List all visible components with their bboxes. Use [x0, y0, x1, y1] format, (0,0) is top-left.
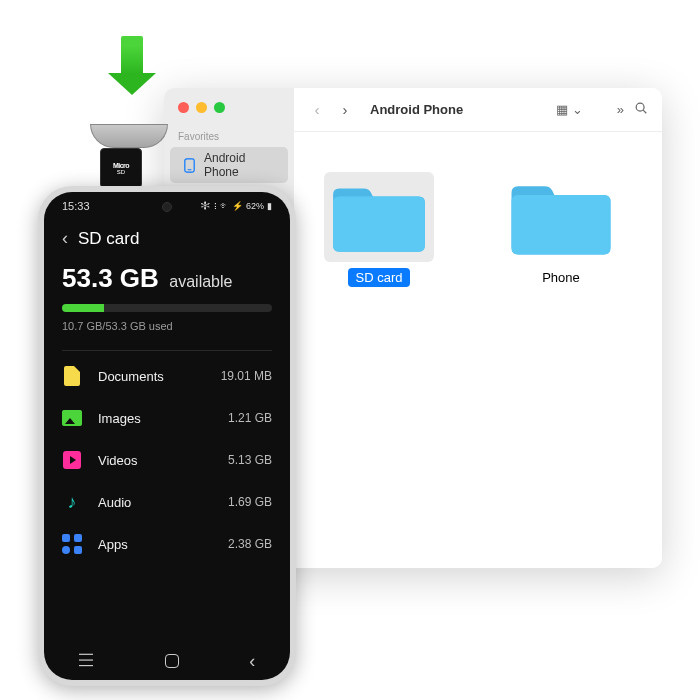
nav-bar: ||| ‹ [44, 642, 290, 680]
folder-icon [506, 172, 616, 262]
row-apps[interactable]: Apps 2.38 GB [44, 523, 290, 565]
nav-home[interactable] [165, 654, 179, 668]
image-icon [62, 408, 82, 428]
microsd-card: Micro SD [100, 148, 142, 188]
sidebar-item-android-phone[interactable]: Android Phone [170, 147, 288, 183]
minimize-icon[interactable] [196, 102, 207, 113]
nav-back[interactable]: ‹ [249, 651, 255, 672]
audio-icon: ♪ [62, 492, 82, 512]
folder-icon [324, 172, 434, 262]
storage-bar-fill [62, 304, 104, 312]
divider [62, 350, 272, 351]
storage-amount: 53.3 GB [62, 263, 159, 293]
screen-header: ‹ SD card [44, 214, 290, 259]
nav-forward-button[interactable]: › [336, 101, 354, 118]
share-icon[interactable]: » [617, 102, 624, 117]
storage-summary: 53.3 GB available 10.7 GB/53.3 GB used [44, 259, 290, 340]
category-list: Documents 19.01 MB Images 1.21 GB Videos… [44, 353, 290, 567]
sidebar-header: Favorites [164, 127, 294, 146]
close-icon[interactable] [178, 102, 189, 113]
view-grid-icon[interactable]: ▦ ⌄ [556, 102, 583, 117]
svg-line-7 [643, 110, 646, 113]
device-icon [182, 158, 197, 173]
storage-suffix: available [169, 273, 232, 290]
folder-label: Phone [534, 268, 588, 287]
storage-used-text: 10.7 GB/53.3 GB used [62, 320, 272, 332]
video-icon [62, 450, 82, 470]
back-button[interactable]: ‹ [62, 228, 68, 249]
sd-tray [90, 124, 168, 148]
window-controls[interactable] [164, 100, 294, 127]
nav-recents[interactable]: ||| [79, 653, 95, 670]
maximize-icon[interactable] [214, 102, 225, 113]
row-documents[interactable]: Documents 19.01 MB [44, 355, 290, 397]
window-title: Android Phone [370, 102, 463, 117]
search-icon[interactable] [634, 101, 648, 118]
android-phone: 15:33 ✻ ⋮ ᯤ ⚡ 62% ▮ ‹ SD card 53.3 GB av… [38, 186, 296, 686]
screen-title: SD card [78, 229, 139, 249]
download-arrow [108, 36, 156, 95]
finder-main: ‹ › Android Phone ▦ ⌄ » SD card Phone [294, 88, 662, 568]
folder-sd-card[interactable]: SD card [324, 172, 434, 287]
battery-text: 62% [246, 201, 264, 211]
folder-phone[interactable]: Phone [506, 172, 616, 287]
svg-point-6 [636, 103, 644, 111]
battery-icon: ▮ [267, 201, 272, 211]
sidebar-item-label: Android Phone [204, 151, 280, 179]
row-images[interactable]: Images 1.21 GB [44, 397, 290, 439]
status-icons: ✻ ⋮ ᯤ ⚡ [201, 201, 243, 211]
status-time: 15:33 [62, 200, 90, 212]
folder-grid: SD card Phone [294, 132, 662, 327]
finder-toolbar: ‹ › Android Phone ▦ ⌄ » [294, 88, 662, 132]
svg-rect-1 [188, 169, 192, 170]
apps-icon [62, 534, 82, 554]
document-icon [62, 366, 82, 386]
row-videos[interactable]: Videos 5.13 GB [44, 439, 290, 481]
front-camera [162, 202, 172, 212]
row-audio[interactable]: ♪ Audio 1.69 GB [44, 481, 290, 523]
folder-label: SD card [348, 268, 411, 287]
storage-bar [62, 304, 272, 312]
nav-back-button[interactable]: ‹ [308, 101, 326, 118]
